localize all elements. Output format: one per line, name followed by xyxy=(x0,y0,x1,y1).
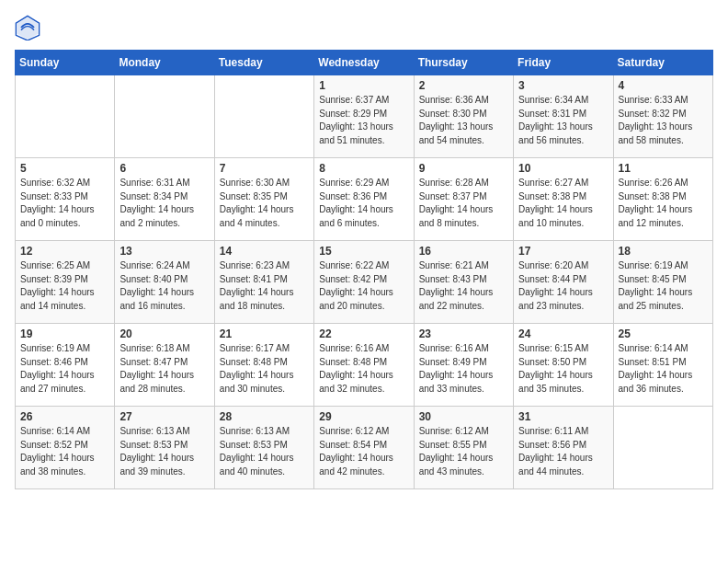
cell-info: Sunrise: 6:13 AMSunset: 8:53 PMDaylight:… xyxy=(220,425,309,478)
day-number: 31 xyxy=(518,410,608,423)
cell-info: Sunrise: 6:21 AMSunset: 8:43 PMDaylight:… xyxy=(419,259,508,313)
calendar-cell xyxy=(115,75,214,158)
day-number: 17 xyxy=(518,245,608,258)
day-number: 21 xyxy=(220,327,309,340)
weekday-header-tuesday: Tuesday xyxy=(214,51,313,75)
day-number: 26 xyxy=(20,410,109,423)
day-number: 8 xyxy=(319,162,408,175)
calendar-cell: 6Sunrise: 6:31 AMSunset: 8:34 PMDaylight… xyxy=(115,158,214,241)
calendar-cell: 3Sunrise: 6:34 AMSunset: 8:31 PMDaylight… xyxy=(514,75,613,158)
cell-info: Sunrise: 6:23 AMSunset: 8:41 PMDaylight:… xyxy=(220,259,309,313)
calendar-week-row: 5Sunrise: 6:32 AMSunset: 8:33 PMDaylight… xyxy=(16,158,713,241)
day-number: 3 xyxy=(518,79,608,92)
day-number: 13 xyxy=(119,245,209,258)
logo xyxy=(15,15,44,40)
cell-info: Sunrise: 6:19 AMSunset: 8:45 PMDaylight:… xyxy=(619,259,708,313)
calendar-week-row: 1Sunrise: 6:37 AMSunset: 8:29 PMDaylight… xyxy=(16,75,713,158)
day-number: 12 xyxy=(20,245,109,258)
calendar-cell: 19Sunrise: 6:19 AMSunset: 8:46 PMDayligh… xyxy=(16,324,115,407)
cell-info: Sunrise: 6:22 AMSunset: 8:42 PMDaylight:… xyxy=(319,259,408,313)
calendar-cell: 31Sunrise: 6:11 AMSunset: 8:56 PMDayligh… xyxy=(514,407,613,489)
calendar-cell: 11Sunrise: 6:26 AMSunset: 8:38 PMDayligh… xyxy=(613,158,712,241)
calendar-cell: 16Sunrise: 6:21 AMSunset: 8:43 PMDayligh… xyxy=(414,241,513,324)
day-number: 24 xyxy=(518,327,608,340)
day-number: 15 xyxy=(319,245,408,258)
calendar-cell: 25Sunrise: 6:14 AMSunset: 8:51 PMDayligh… xyxy=(613,324,712,407)
calendar-cell: 24Sunrise: 6:15 AMSunset: 8:50 PMDayligh… xyxy=(514,324,613,407)
calendar-cell: 15Sunrise: 6:22 AMSunset: 8:42 PMDayligh… xyxy=(314,241,414,324)
cell-info: Sunrise: 6:37 AMSunset: 8:29 PMDaylight:… xyxy=(319,94,408,147)
calendar-cell: 18Sunrise: 6:19 AMSunset: 8:45 PMDayligh… xyxy=(613,241,712,324)
calendar-cell: 10Sunrise: 6:27 AMSunset: 8:38 PMDayligh… xyxy=(514,158,613,241)
day-number: 20 xyxy=(119,327,209,340)
cell-info: Sunrise: 6:26 AMSunset: 8:38 PMDaylight:… xyxy=(619,177,708,230)
calendar-header: SundayMondayTuesdayWednesdayThursdayFrid… xyxy=(16,51,713,75)
calendar-cell: 13Sunrise: 6:24 AMSunset: 8:40 PMDayligh… xyxy=(115,241,214,324)
cell-info: Sunrise: 6:18 AMSunset: 8:47 PMDaylight:… xyxy=(119,342,209,396)
cell-info: Sunrise: 6:30 AMSunset: 8:35 PMDaylight:… xyxy=(220,177,309,230)
day-number: 30 xyxy=(419,410,508,423)
cell-info: Sunrise: 6:16 AMSunset: 8:49 PMDaylight:… xyxy=(419,342,508,396)
calendar-cell: 17Sunrise: 6:20 AMSunset: 8:44 PMDayligh… xyxy=(514,241,613,324)
calendar-cell: 1Sunrise: 6:37 AMSunset: 8:29 PMDaylight… xyxy=(314,75,414,158)
day-number: 11 xyxy=(619,162,708,175)
calendar-week-row: 26Sunrise: 6:14 AMSunset: 8:52 PMDayligh… xyxy=(16,407,713,489)
day-number: 18 xyxy=(619,245,708,258)
day-number: 27 xyxy=(119,410,209,423)
cell-info: Sunrise: 6:31 AMSunset: 8:34 PMDaylight:… xyxy=(119,177,209,230)
day-number: 29 xyxy=(319,410,408,423)
day-number: 6 xyxy=(119,162,209,175)
calendar-cell: 7Sunrise: 6:30 AMSunset: 8:35 PMDaylight… xyxy=(214,158,313,241)
calendar-cell: 27Sunrise: 6:13 AMSunset: 8:53 PMDayligh… xyxy=(115,407,214,489)
calendar-cell: 20Sunrise: 6:18 AMSunset: 8:47 PMDayligh… xyxy=(115,324,214,407)
day-number: 16 xyxy=(419,245,508,258)
cell-info: Sunrise: 6:27 AMSunset: 8:38 PMDaylight:… xyxy=(518,177,608,230)
cell-info: Sunrise: 6:24 AMSunset: 8:40 PMDaylight:… xyxy=(119,259,209,313)
calendar-week-row: 19Sunrise: 6:19 AMSunset: 8:46 PMDayligh… xyxy=(16,324,713,407)
cell-info: Sunrise: 6:11 AMSunset: 8:56 PMDaylight:… xyxy=(518,425,608,478)
calendar-body: 1Sunrise: 6:37 AMSunset: 8:29 PMDaylight… xyxy=(16,75,713,489)
day-number: 2 xyxy=(419,79,508,92)
cell-info: Sunrise: 6:16 AMSunset: 8:48 PMDaylight:… xyxy=(319,342,408,396)
cell-info: Sunrise: 6:20 AMSunset: 8:44 PMDaylight:… xyxy=(518,259,608,313)
weekday-header-row: SundayMondayTuesdayWednesdayThursdayFrid… xyxy=(16,51,713,75)
weekday-header-thursday: Thursday xyxy=(414,51,513,75)
day-number: 9 xyxy=(419,162,508,175)
cell-info: Sunrise: 6:28 AMSunset: 8:37 PMDaylight:… xyxy=(419,177,508,230)
day-number: 19 xyxy=(20,327,109,340)
calendar-cell: 9Sunrise: 6:28 AMSunset: 8:37 PMDaylight… xyxy=(414,158,513,241)
calendar-cell: 26Sunrise: 6:14 AMSunset: 8:52 PMDayligh… xyxy=(16,407,115,489)
day-number: 28 xyxy=(220,410,309,423)
calendar-table: SundayMondayTuesdayWednesdayThursdayFrid… xyxy=(15,50,713,489)
page-header xyxy=(15,15,713,40)
cell-info: Sunrise: 6:34 AMSunset: 8:31 PMDaylight:… xyxy=(518,94,608,147)
calendar-cell: 2Sunrise: 6:36 AMSunset: 8:30 PMDaylight… xyxy=(414,75,513,158)
day-number: 23 xyxy=(419,327,508,340)
day-number: 10 xyxy=(518,162,608,175)
weekday-header-sunday: Sunday xyxy=(16,51,115,75)
day-number: 7 xyxy=(220,162,309,175)
cell-info: Sunrise: 6:15 AMSunset: 8:50 PMDaylight:… xyxy=(518,342,608,396)
cell-info: Sunrise: 6:12 AMSunset: 8:54 PMDaylight:… xyxy=(319,425,408,478)
day-number: 14 xyxy=(220,245,309,258)
weekday-header-friday: Friday xyxy=(514,51,613,75)
weekday-header-monday: Monday xyxy=(115,51,214,75)
day-number: 25 xyxy=(619,327,708,340)
cell-info: Sunrise: 6:13 AMSunset: 8:53 PMDaylight:… xyxy=(119,425,209,478)
cell-info: Sunrise: 6:32 AMSunset: 8:33 PMDaylight:… xyxy=(20,177,109,230)
calendar-cell: 21Sunrise: 6:17 AMSunset: 8:48 PMDayligh… xyxy=(214,324,313,407)
day-number: 5 xyxy=(20,162,109,175)
logo-icon xyxy=(15,15,40,40)
calendar-cell: 5Sunrise: 6:32 AMSunset: 8:33 PMDaylight… xyxy=(16,158,115,241)
calendar-cell xyxy=(214,75,313,158)
cell-info: Sunrise: 6:17 AMSunset: 8:48 PMDaylight:… xyxy=(220,342,309,396)
calendar-cell: 22Sunrise: 6:16 AMSunset: 8:48 PMDayligh… xyxy=(314,324,414,407)
calendar-cell: 23Sunrise: 6:16 AMSunset: 8:49 PMDayligh… xyxy=(414,324,513,407)
calendar-cell: 28Sunrise: 6:13 AMSunset: 8:53 PMDayligh… xyxy=(214,407,313,489)
calendar-week-row: 12Sunrise: 6:25 AMSunset: 8:39 PMDayligh… xyxy=(16,241,713,324)
calendar-cell: 14Sunrise: 6:23 AMSunset: 8:41 PMDayligh… xyxy=(214,241,313,324)
cell-info: Sunrise: 6:12 AMSunset: 8:55 PMDaylight:… xyxy=(419,425,508,478)
day-number: 22 xyxy=(319,327,408,340)
day-number: 1 xyxy=(319,79,408,92)
day-number: 4 xyxy=(619,79,708,92)
